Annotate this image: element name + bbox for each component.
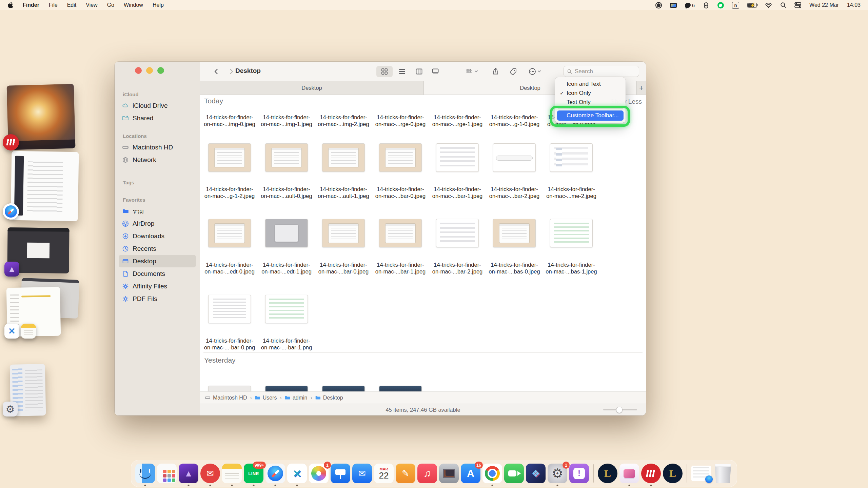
sidebar-item-Documents[interactable]: Documents [119, 267, 196, 280]
slider-knob[interactable] [616, 407, 623, 413]
path-item-Macintosh HD[interactable]: Macintosh HD› [205, 395, 252, 401]
dock-chrome[interactable] [482, 464, 502, 483]
menubar-menu-View[interactable]: View [86, 2, 97, 8]
list-view-button[interactable] [395, 66, 410, 77]
spotlight-search-icon[interactable] [780, 2, 786, 8]
menubar-menu-File[interactable]: File [49, 2, 58, 8]
dock-pages[interactable]: ✎ [396, 464, 415, 483]
sidebar-item-Network[interactable]: Network [119, 154, 196, 166]
dock-safari[interactable] [265, 464, 285, 483]
file-item[interactable]: 14-tricks-for-finder-on-mac-...img-0.jpe… [201, 114, 258, 127]
file-item[interactable]: 14-tricks-for-finder-on-mac-...g-1-0.jpe… [486, 114, 543, 127]
dock-riot-client[interactable] [641, 464, 661, 483]
file-item[interactable]: 14-tricks-for-finder-on-mac-...img-2.jpe… [315, 114, 372, 127]
sidebar-item-Shared[interactable]: Shared [119, 112, 196, 124]
file-item[interactable]: 14-tricks-for-finder-on-mac-...bar-1.jpe… [429, 143, 486, 199]
group-by-button[interactable] [461, 66, 482, 77]
menubar-menu-Help[interactable]: Help [153, 2, 164, 8]
file-item[interactable] [208, 386, 251, 391]
icon-size-slider[interactable] [603, 409, 637, 410]
share-button[interactable] [489, 66, 502, 77]
sidebar-item-Affinity Files[interactable]: Affinity Files [119, 280, 196, 292]
control-center-icon[interactable] [794, 2, 801, 8]
path-item-Desktop[interactable]: Desktop [315, 395, 343, 401]
file-item[interactable]: 14-tricks-for-finder-on-mac-...bar-2.jpe… [486, 143, 543, 199]
menubar-display-icon[interactable] [670, 3, 677, 8]
dock-shortcuts[interactable]: ❖ [526, 464, 546, 483]
file-item[interactable]: 14-tricks-for-finder-on-mac-...ault-1.jp… [315, 143, 372, 199]
sidebar-item-Macintosh HD[interactable]: Macintosh HD [119, 141, 196, 154]
dock-trash[interactable] [713, 464, 733, 483]
more-actions-button[interactable] [524, 66, 545, 77]
dock-image-capture[interactable] [439, 464, 459, 483]
icon-view-button[interactable] [376, 66, 393, 77]
dock-app-store[interactable]: A 16 [461, 464, 480, 483]
file-item[interactable]: 14-tricks-for-finder-on-mac-...-bar-0.pn… [201, 295, 258, 351]
search-input[interactable]: Search [564, 66, 639, 77]
close-button[interactable] [135, 67, 142, 74]
battery-icon[interactable]: ⚡ [747, 3, 757, 8]
menubar-notion-icon[interactable]: n [732, 2, 739, 9]
new-tab-button[interactable]: + [637, 81, 646, 95]
menu-item-Text Only[interactable]: Text Only [557, 98, 624, 107]
menubar-hexagon-icon[interactable] [703, 2, 709, 8]
file-item[interactable]: 14-tricks-for-finder-on-mac-...me-2.jpeg [543, 143, 600, 199]
file-item[interactable]: 14-tricks-for-finder-on-mac-...rge-1.jpe… [429, 114, 486, 127]
dock-minimized-safari-window[interactable] [691, 466, 711, 481]
file-item[interactable]: 14-tricks-for-finder-on-mac-...g-1-2.jpe… [201, 143, 258, 199]
menubar-menu-Edit[interactable]: Edit [67, 2, 77, 8]
apple-menu-icon[interactable] [7, 2, 13, 8]
gallery-view-button[interactable] [428, 66, 443, 77]
sidebar-item-รวม[interactable]: รวม [119, 205, 196, 217]
menubar-menu-Window[interactable]: Window [124, 2, 143, 8]
menu-item-customize-toolbar[interactable]: Customize Toolbar... [557, 110, 624, 121]
dock-mail[interactable]: ✉ [352, 464, 372, 483]
dock-launchpad[interactable] [157, 464, 177, 483]
menu-item-Icon and Text[interactable]: Icon and Text [557, 79, 624, 88]
file-item[interactable]: 14-tricks-for-finder-on-mac-...bar-2.jpe… [429, 219, 486, 275]
menubar-time[interactable]: 14:03 [847, 2, 861, 8]
wifi-icon[interactable] [765, 2, 772, 8]
sidebar-item-Recents[interactable]: Recents [119, 242, 196, 255]
sidebar-item-AirDrop[interactable]: AirDrop [119, 217, 196, 230]
file-item[interactable]: 14-tricks-for-finder-on-mac-...rge-0.jpe… [372, 114, 429, 127]
menubar-recorder-icon[interactable] [655, 2, 662, 8]
tab-desktop-1[interactable]: Desktop [200, 81, 424, 95]
dock-line[interactable]: LINE 999+ [244, 464, 263, 483]
minimized-window-safari[interactable] [11, 151, 79, 221]
path-item-Users[interactable]: Users› [255, 395, 282, 401]
back-button[interactable] [211, 66, 222, 77]
file-item[interactable] [379, 386, 422, 391]
sidebar-item-Desktop[interactable]: Desktop [119, 255, 196, 267]
dock-photos[interactable]: 1 [309, 464, 329, 483]
dock-mail-red[interactable]: ✉ [200, 464, 220, 483]
file-item[interactable]: 14-tricks-for-finder-on-mac-...edt-1.jpe… [258, 219, 315, 275]
dock-divider[interactable] [593, 464, 594, 483]
file-item[interactable]: 14-tricks-for-finder-on-mac-...img-1.jpe… [258, 114, 315, 127]
dock-keynote[interactable] [331, 464, 350, 483]
dock-system-settings[interactable]: ⚙ 1 [548, 464, 567, 483]
dock-craft[interactable]: ✕ [287, 464, 307, 483]
sidebar-item-PDF Fils[interactable]: PDF Fils [119, 292, 196, 305]
sidebar-item-Downloads[interactable]: Downloads [119, 230, 196, 242]
dock-music[interactable]: ♫ [417, 464, 437, 483]
sidebar-item-iCloud Drive[interactable]: iCloud Drive [119, 99, 196, 112]
zoom-button[interactable] [157, 67, 164, 74]
file-item[interactable]: 14-tricks-for-finder-on-mac-...bas-0.jpe… [486, 219, 543, 275]
dock-calendar[interactable]: MAR 22 [374, 464, 394, 483]
file-item[interactable]: 14-tricks-for-finder-on-mac-...bar-1.jpe… [372, 219, 429, 275]
dock-league-of-legends[interactable]: L [598, 464, 617, 483]
dock-league-of-legends[interactable]: L [663, 464, 683, 483]
file-item[interactable]: 14-tricks-for-finder-on-mac-...bas-1.jpe… [543, 219, 600, 275]
file-item[interactable] [265, 386, 308, 391]
column-view-button[interactable] [412, 66, 427, 77]
menubar-menu-Finder[interactable]: Finder [23, 2, 39, 8]
menubar-line-icon[interactable] [717, 2, 724, 8]
file-item[interactable]: 14-tricks-for-finder-on-mac-...edt-0.jpe… [201, 219, 258, 275]
minimize-button[interactable] [146, 67, 153, 74]
path-item-admin[interactable]: admin› [284, 395, 312, 401]
menubar-menu-Go[interactable]: Go [107, 2, 114, 8]
file-item[interactable]: 14-tricks-for-finder-on-mac-...ault-0.jp… [258, 143, 315, 199]
file-item[interactable]: 14-tricks-for-finder-on-mac-...-bar-1.pn… [258, 295, 315, 351]
dock-cleanmymac[interactable] [619, 464, 639, 483]
